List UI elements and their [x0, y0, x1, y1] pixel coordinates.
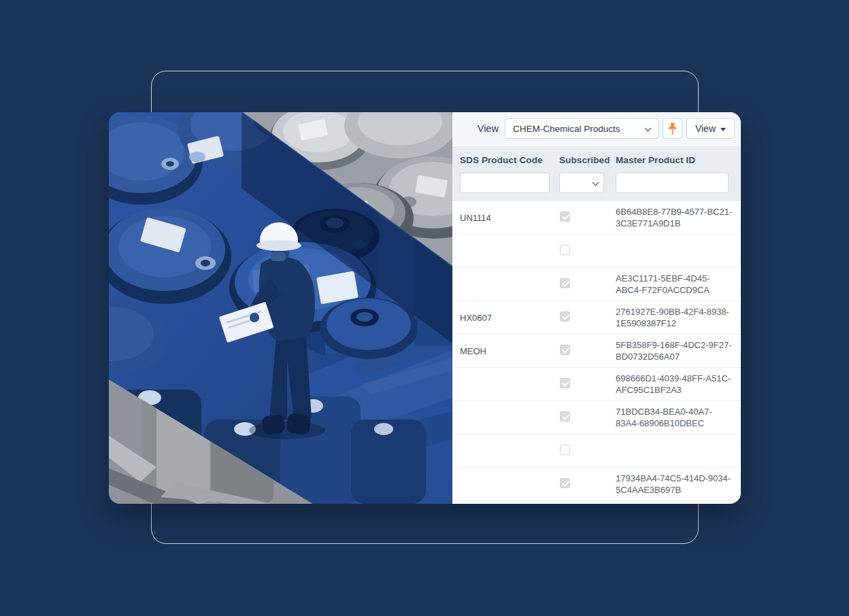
sds-product-code-cell: MEOH: [460, 346, 559, 356]
column-header-sds-product-code: SDS Product Code: [460, 155, 559, 165]
subscribed-checkbox[interactable]: [560, 478, 570, 488]
master-product-id-cell: 17934BA4-74C5-414D-9034-5C4AAE3B697B: [616, 473, 734, 496]
subscribed-checkbox[interactable]: [560, 378, 570, 388]
sds-subscription-card: View CHEM-Chemical Products View: [109, 112, 741, 504]
subscribed-checkbox[interactable]: [560, 445, 570, 455]
view-menu-label: View: [695, 123, 716, 134]
table-row[interactable]: HX0607 2761927E-90BB-42F4-8938-1E5908387…: [452, 301, 741, 335]
table-panel: View CHEM-Chemical Products View: [452, 112, 741, 504]
chevron-down-icon: [593, 179, 599, 186]
table-row[interactable]: [452, 434, 741, 468]
table-row[interactable]: AE3C1171-5EBF-4D45-ABC4-F72F0ACCD9CA: [452, 268, 741, 301]
grid-toolbar: View CHEM-Chemical Products View: [452, 112, 741, 145]
master-product-id-cell: 698666D1-4039-48FF-A51C-AFC95C1BF2A3: [616, 373, 734, 396]
product-photo: [109, 112, 452, 504]
subscribed-checkbox[interactable]: [560, 345, 570, 355]
column-header-subscribed: Subscribed: [559, 155, 616, 165]
subscribed-checkbox[interactable]: [560, 311, 570, 322]
view-label: View: [478, 123, 499, 134]
sds-product-code-cell: HX0607: [460, 313, 559, 323]
master-product-id-cell: 6B64B8E8-77B9-4577-BC21-3C3E771A9D1B: [616, 206, 734, 229]
chemical-drums-illustration: [109, 112, 452, 504]
chevron-down-icon: [644, 125, 651, 132]
grid-header: SDS Product Code Subscribed Master Produ…: [452, 146, 741, 201]
table-row[interactable]: 698666D1-4039-48FF-A51C-AFC95C1BF2A3: [452, 368, 741, 401]
view-menu-button[interactable]: View: [686, 118, 735, 139]
page-background: View CHEM-Chemical Products View: [0, 0, 849, 616]
master-product-id-cell: 71BDCB34-BEA0-40A7-83A4-68906B10DBEC: [616, 406, 734, 429]
pin-view-button[interactable]: [663, 118, 682, 139]
master-product-id-filter-input[interactable]: [616, 173, 729, 193]
caret-down-icon: [720, 128, 726, 131]
master-product-id-cell: 5FB358F9-168F-4DC2-9F27-BD0732D56A07: [616, 339, 734, 362]
sds-product-code-filter-input[interactable]: [460, 173, 550, 193]
subscribed-checkbox[interactable]: [560, 411, 570, 422]
view-select[interactable]: CHEM-Chemical Products: [505, 118, 659, 139]
master-product-id-cell: 2761927E-90BB-42F4-8938-1E5908387F12: [616, 306, 734, 329]
column-header-master-product-id: Master Product ID: [616, 155, 734, 165]
subscribed-checkbox[interactable]: [560, 211, 570, 222]
table-row[interactable]: 17934BA4-74C5-414D-9034-5C4AAE3B697B: [452, 468, 741, 501]
subscribed-filter-select[interactable]: [559, 173, 604, 193]
table-row[interactable]: [452, 235, 741, 268]
table-row[interactable]: 71BDCB34-BEA0-40A7-83A4-68906B10DBEC: [452, 401, 741, 434]
master-product-id-cell: AE3C1171-5EBF-4D45-ABC4-F72F0ACCD9CA: [616, 273, 734, 296]
grid-rows: UN1114 6B64B8E8-77B9-4577-BC21-3C3E771A9…: [452, 201, 741, 504]
table-row[interactable]: MEOH 5FB358F9-168F-4DC2-9F27-BD0732D56A0…: [452, 335, 741, 368]
subscribed-checkbox[interactable]: [560, 278, 570, 288]
table-row[interactable]: UN1114 6B64B8E8-77B9-4577-BC21-3C3E771A9…: [452, 201, 741, 235]
view-select-value: CHEM-Chemical Products: [513, 124, 620, 134]
subscribed-checkbox[interactable]: [560, 245, 570, 255]
sds-product-code-cell: UN1114: [460, 213, 559, 223]
pushpin-icon: [667, 122, 678, 135]
